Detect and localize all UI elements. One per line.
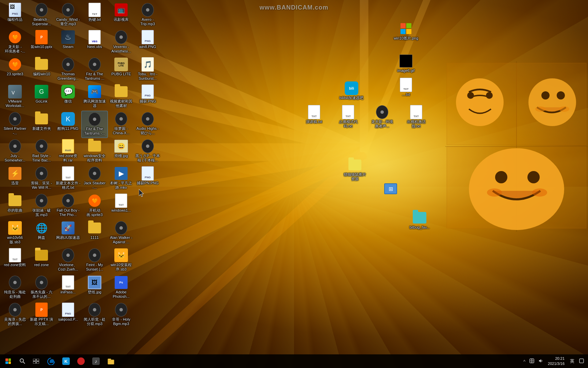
list-item[interactable]: Beatrich - Superstar... xyxy=(28,2,55,29)
list-item[interactable]: red zone资料.rar xyxy=(55,138,81,165)
list-item[interactable]: 张韶涵 - 破茧.mp3 xyxy=(28,193,55,220)
list-item[interactable]: Candy_Wind - 青空.mp3 xyxy=(55,2,81,29)
list-item[interactable]: Thomas Greenberg... xyxy=(55,56,81,83)
list-item[interactable]: July - Somewher... xyxy=(2,138,28,165)
list-item[interactable]: Audio Highs - 韬ひら... xyxy=(134,111,161,138)
svg-line-31 xyxy=(23,362,25,364)
list-item[interactable]: 振杰先森 - 六亲不认的... xyxy=(28,274,55,302)
taskbar-search-button[interactable] xyxy=(17,356,28,367)
list-item[interactable]: Alan Walker - Against ... xyxy=(108,220,134,247)
taskbar-app-qq[interactable]: K xyxy=(59,354,74,368)
taskbar-app-edge[interactable] xyxy=(44,354,59,368)
list-item[interactable]: 猎猫猫鼠图片资源 xyxy=(340,157,370,183)
list-item[interactable]: 捕获.PNG xyxy=(134,83,161,111)
list-item[interactable]: Ps Adobe Photosh... xyxy=(108,274,134,302)
list-item[interactable]: Silent Partner -... xyxy=(2,111,28,138)
list-item[interactable]: 🐱 win10v56版.sb3 xyxy=(2,220,28,247)
smiley-decoration xyxy=(445,61,588,232)
list-item[interactable]: 🐱 win10安装程序.sb3 xyxy=(108,247,134,274)
list-item[interactable]: bitbug_fav... xyxy=(404,210,435,231)
list-item[interactable]: 捕获PN.PNG xyxy=(134,165,161,193)
list-item[interactable]: 吴海淳 - 失恋的男孩... xyxy=(2,302,28,329)
taskbar-taskview-button[interactable] xyxy=(29,354,44,368)
list-item[interactable]: ♨ Steam xyxy=(55,29,81,56)
start-button[interactable] xyxy=(0,354,16,368)
list-item[interactable]: red zone xyxy=(28,247,55,274)
list-item[interactable]: 纯音乐 - 海处处刑曲 xyxy=(2,274,28,302)
list-item[interactable]: ⊞ xyxy=(375,181,406,198)
list-item[interactable]: PUBGLITE PUBG LITE xyxy=(108,56,134,83)
list-item[interactable]: 黒うさP - 千本桜 (千本桜... xyxy=(134,138,161,165)
taskbar-network-icon[interactable] xyxy=(528,358,536,364)
list-item[interactable]: V VMware Workstati... xyxy=(2,83,28,111)
list-item[interactable]: 编程win10 xyxy=(28,56,55,83)
list-item[interactable]: 1111 xyxy=(81,220,108,247)
list-item[interactable]: 💬 微信 xyxy=(55,83,81,111)
svg-rect-41 xyxy=(579,359,584,363)
list-item[interactable]: Fall Out Boy - The Pho... xyxy=(55,193,81,220)
list-item[interactable]: ▶ 朴树 - 平凡之路.mkv xyxy=(108,165,134,193)
list-item[interactable]: ⚡ 迅雷 xyxy=(2,165,28,193)
taskbar-clock[interactable]: 20:21 2021/3/16 xyxy=(546,356,567,367)
taskbar-app-explorer[interactable] xyxy=(103,354,118,368)
list-item[interactable]: bili bilibili加速器吧 xyxy=(336,80,367,102)
taskbar-notification-icon[interactable] xyxy=(578,358,585,364)
list-item[interactable]: Jack Stauber -... xyxy=(81,165,108,193)
list-item[interactable]: 🚀 网易UU加速器 xyxy=(55,220,81,247)
list-item[interactable]: 止痛模式代码.txt xyxy=(333,104,363,130)
list-item[interactable]: 🖼 壁纸.jpg xyxy=(81,274,108,302)
svg-point-18 xyxy=(486,92,493,99)
list-item[interactable]: win10图片.png xyxy=(391,20,421,42)
list-item[interactable]: Axero - Trip.mp3 xyxy=(134,2,161,29)
list-item[interactable]: 演讲稿.txt xyxy=(299,104,329,125)
svg-point-21 xyxy=(557,91,565,99)
list-item[interactable]: 热键.txt xyxy=(81,2,108,29)
svg-point-25 xyxy=(495,171,507,183)
svg-point-17 xyxy=(467,92,474,99)
list-item[interactable]: hieei.vbs xyxy=(81,29,108,56)
list-item[interactable]: red zone资料 xyxy=(2,247,28,274)
list-item[interactable]: G GoLink xyxy=(28,83,55,111)
list-item[interactable]: 非哥 - Holy Bgm.mp3 xyxy=(108,302,134,329)
taskbar-volume-icon[interactable] xyxy=(537,358,544,364)
list-item[interactable]: Vexento - Anesthesi... xyxy=(108,29,134,56)
list-item[interactable]: 🧡 23.sprite3 xyxy=(2,56,28,83)
list-item[interactable]: K 酷狗11.PNG xyxy=(55,111,81,138)
list-item[interactable]: 新建文本文件 - 格式.txt xyxy=(55,165,81,193)
list-item[interactable]: Feint - My Sunset (... xyxy=(81,247,108,274)
list-item[interactable]: image6.gif xyxy=(391,53,421,74)
list-item[interactable]: 徐梦圆 - China-X... xyxy=(108,111,134,138)
list-item[interactable]: win8.PNG xyxy=(134,29,161,56)
list-item[interactable]: 出视机激活指.txt xyxy=(401,104,431,130)
list-item[interactable]: Fitz & The Tantrums ... xyxy=(81,56,108,83)
list-item[interactable]: Fitz & The Tantrums -... xyxy=(81,111,108,138)
taskbar-app-music[interactable]: ♪ xyxy=(88,354,103,368)
list-item[interactable]: 龙天影 - 环境惠者声... xyxy=(367,104,397,130)
list-item[interactable]: 闻人听觉 - 处分双.mp3 xyxy=(81,302,108,329)
list-item[interactable]: 🧡 开机动画.sprite3 xyxy=(81,193,108,220)
list-item[interactable]: iniPass... xyxy=(55,274,81,302)
list-item[interactable]: windows安全程序资料 xyxy=(81,138,108,165)
taskbar-language[interactable]: 英 xyxy=(568,358,576,364)
list-item[interactable]: 🎮 腾讯网游加速器 xyxy=(81,83,108,111)
list-item[interactable]: 新建文件夹 xyxy=(28,111,55,138)
list-item[interactable]: Vicetone、Cozi Zueh... xyxy=(55,247,81,274)
list-item[interactable]: 剪辑、笑笑 - We Will R... xyxy=(28,165,55,193)
list-item[interactable]: 🎵 Tobu、Itro - Sunburst... xyxy=(134,56,161,83)
list-item[interactable]: Bad Style - Time Bac... xyxy=(28,138,55,165)
list-item[interactable]: 😄 滑稽.jpg xyxy=(108,138,134,165)
list-item[interactable]: 🧡 龙天影 -环境惠者 -... xyxy=(2,29,28,56)
list-item[interactable]: 视频素材和其他素材 xyxy=(108,83,134,111)
list-item[interactable]: 存的歌曲 xyxy=(2,193,28,220)
list-item[interactable]: windows1... xyxy=(108,193,134,220)
list-item[interactable]: 🌐 网盘 xyxy=(28,220,55,247)
svg-point-22 xyxy=(535,106,545,112)
taskbar-app-red[interactable] xyxy=(74,354,88,368)
taskbar-expand-icon[interactable]: ^ xyxy=(522,359,527,364)
list-item[interactable]: 🖼 编程作品 xyxy=(2,2,28,29)
list-item[interactable]: sakjiosd.P... xyxy=(55,302,81,329)
list-item[interactable]: P 装win10.pptx xyxy=(28,29,55,56)
list-item[interactable]: 📺 讯影视库 xyxy=(108,2,134,29)
list-item[interactable]: ....txt xyxy=(391,77,421,98)
list-item[interactable]: P 新建 PPTX 演示文稿... xyxy=(28,302,55,329)
